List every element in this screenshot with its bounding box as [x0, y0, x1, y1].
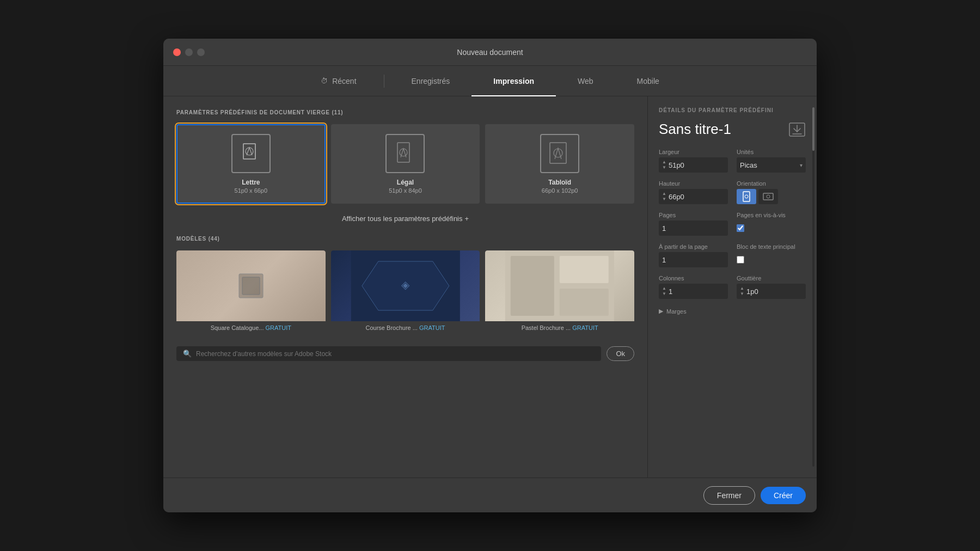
bloc-texte-checkbox[interactable] — [737, 256, 744, 264]
field-group-unites: Unités Picas Pouces Pixels Points ▾ — [737, 149, 806, 173]
right-scrollbar[interactable] — [812, 107, 814, 467]
largeur-input[interactable] — [669, 161, 725, 169]
search-icon: 🔍 — [183, 350, 192, 358]
field-group-a-partir: À partir de la page — [659, 243, 728, 267]
thumb-pastel-img — [485, 250, 634, 321]
pages-vis-checkbox-wrap — [737, 221, 806, 236]
svg-text:◈: ◈ — [401, 279, 410, 291]
creer-button[interactable]: Créer — [761, 487, 806, 504]
tab-enregistres-label: Enregistrés — [412, 77, 450, 85]
dialog-window: Nouveau document ⏱ Récent Enregistrés Im… — [163, 39, 817, 512]
marges-header[interactable]: ▶ Marges — [659, 308, 806, 315]
marges-chevron-icon: ▶ — [659, 308, 663, 315]
show-all-button[interactable]: Afficher tous les paramètres prédéfinis … — [176, 210, 634, 231]
model-thumb-course: ◈ — [331, 250, 480, 321]
tab-separator — [384, 75, 384, 88]
tab-web[interactable]: Web — [556, 66, 615, 96]
fermer-button[interactable]: Fermer — [703, 486, 755, 505]
largeur-down[interactable]: ▼ — [662, 165, 666, 170]
model-label-square: Square Catalogue... GRATUIT — [176, 321, 326, 334]
pages-input[interactable] — [662, 224, 725, 232]
colonnes-stepper: ▲ ▼ — [662, 286, 666, 297]
model-card-pastel[interactable]: Pastel Brochure ... GRATUIT — [485, 250, 634, 334]
orientation-portrait-btn[interactable] — [737, 189, 756, 204]
maximize-button — [197, 48, 205, 56]
window-controls — [173, 48, 205, 56]
gouttiere-label: Gouttière — [737, 275, 806, 281]
landscape-icon — [763, 192, 774, 201]
preset-grid: Lettre 51p0 x 66p0 Légal 51p0 x 84p0 — [176, 124, 634, 204]
tab-enregistres[interactable]: Enregistrés — [390, 66, 472, 96]
ok-button[interactable]: Ok — [607, 346, 634, 361]
tab-web-label: Web — [578, 77, 593, 85]
svg-rect-2 — [397, 143, 409, 162]
orientation-label: Orientation — [737, 180, 806, 187]
hauteur-up[interactable]: ▲ — [662, 191, 666, 197]
doc-title-row: Sans titre-1 — [659, 121, 806, 138]
svg-point-21 — [767, 195, 770, 198]
unites-label: Unités — [737, 149, 806, 155]
orientation-landscape-btn[interactable] — [758, 189, 778, 204]
gouttiere-input[interactable] — [746, 287, 803, 296]
colonnes-label: Colonnes — [659, 275, 728, 281]
a-partir-label: À partir de la page — [659, 243, 728, 250]
document-icon-tabloide — [548, 142, 572, 166]
colonnes-down[interactable]: ▼ — [662, 291, 666, 297]
model-card-course[interactable]: ◈ Course Brochure ... GRATUIT — [331, 250, 480, 334]
colonnes-input[interactable] — [669, 287, 725, 296]
svg-rect-18 — [743, 192, 750, 201]
colonnes-up[interactable]: ▲ — [662, 286, 666, 291]
preset-card-tabloide[interactable]: Tabloïd 66p0 x 102p0 — [485, 124, 634, 204]
tab-mobile[interactable]: Mobile — [615, 66, 681, 96]
download-icon[interactable] — [788, 122, 806, 137]
thumb-course-img: ◈ — [331, 250, 480, 321]
square-thumb-svg — [235, 270, 267, 302]
preset-icon-tabloide — [540, 134, 579, 173]
bottom-bar: Fermer Créer — [163, 477, 817, 512]
search-bar-area: 🔍 Ok — [176, 341, 634, 370]
svg-point-1 — [246, 148, 253, 155]
hauteur-input[interactable] — [669, 193, 725, 201]
svg-rect-20 — [763, 193, 773, 200]
preset-card-lettre[interactable]: Lettre 51p0 x 66p0 — [176, 124, 326, 204]
svg-point-3 — [400, 149, 407, 156]
models-section-title: MODÈLES (44) — [176, 236, 634, 242]
bloc-texte-label: Bloc de texte principal — [737, 243, 806, 250]
document-icon — [239, 142, 263, 166]
largeur-label: Largeur — [659, 149, 728, 155]
models-grid: Square Catalogue... GRATUIT ◈ — [176, 250, 634, 334]
preset-icon-lettre — [231, 134, 271, 173]
a-partir-input[interactable] — [662, 256, 725, 264]
tab-impression[interactable]: Impression — [471, 66, 556, 96]
gouttiere-stepper: ▲ ▼ — [740, 286, 744, 297]
unites-select[interactable]: Picas Pouces Pixels Points — [737, 157, 806, 173]
search-input[interactable] — [196, 350, 595, 358]
tab-recent[interactable]: ⏱ Récent — [299, 66, 378, 96]
field-group-hauteur: Hauteur ▲ ▼ — [659, 180, 728, 204]
tab-impression-label: Impression — [493, 77, 534, 85]
gouttiere-up[interactable]: ▲ — [740, 286, 744, 291]
largeur-up[interactable]: ▲ — [662, 160, 666, 165]
preset-dims-lettre: 51p0 x 66p0 — [235, 187, 268, 194]
svg-rect-4 — [550, 143, 566, 163]
main-content: PARAMÈTRES PRÉDÉFINIS DE DOCUMENT VIERGE… — [163, 96, 817, 477]
doc-title: Sans titre-1 — [659, 121, 731, 138]
field-group-gouttiere: Gouttière ▲ ▼ — [737, 275, 806, 299]
marges-section: ▶ Marges — [659, 308, 806, 317]
document-icon-legal — [393, 142, 417, 166]
gouttiere-down[interactable]: ▼ — [740, 291, 744, 297]
svg-rect-7 — [242, 277, 260, 295]
model-card-square[interactable]: Square Catalogue... GRATUIT — [176, 250, 326, 334]
minimize-button — [185, 48, 193, 56]
svg-rect-0 — [243, 144, 255, 159]
svg-point-5 — [554, 149, 562, 157]
model-label-pastel: Pastel Brochure ... GRATUIT — [485, 321, 634, 334]
pages-label: Pages — [659, 212, 728, 218]
close-button[interactable] — [173, 48, 181, 56]
field-group-largeur: Largeur ▲ ▼ — [659, 149, 728, 173]
preset-card-legal[interactable]: Légal 51p0 x 84p0 — [331, 124, 480, 204]
preset-dims-tabloide: 66p0 x 102p0 — [542, 187, 578, 194]
pages-vis-checkbox[interactable] — [737, 224, 744, 232]
hauteur-down[interactable]: ▼ — [662, 197, 666, 202]
largeur-input-wrap: ▲ ▼ — [659, 157, 728, 173]
